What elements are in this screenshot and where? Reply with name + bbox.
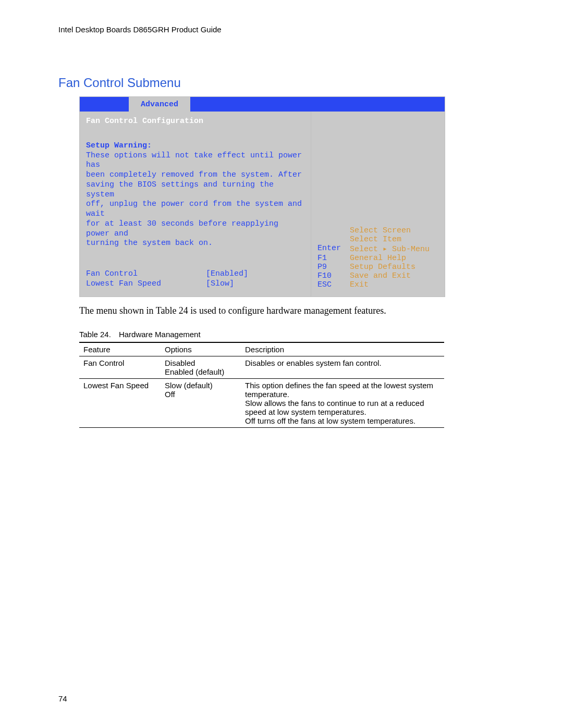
cell-description: This option defines the fan speed at the… [241, 378, 444, 427]
th-feature: Feature [79, 342, 161, 356]
help-action: Setup Defaults [350, 263, 415, 272]
tab-spacer [190, 97, 445, 112]
help-action: Select Screen [350, 226, 411, 235]
table-row: Fan Control Disabled Enabled (default) D… [79, 356, 444, 378]
bios-warning-head: Setup Warning: [86, 141, 304, 151]
help-action: General Help [350, 254, 406, 263]
help-key: F1 [317, 254, 350, 263]
table-caption: Table 24. Hardware Management [79, 330, 505, 339]
bios-setting-row: Lowest Fan Speed [Slow] [86, 279, 304, 289]
help-key [317, 235, 350, 244]
cell-feature: Fan Control [79, 356, 161, 378]
bios-setting-row: Fan Control [Enabled] [86, 269, 304, 279]
th-options: Options [161, 342, 241, 356]
bios-setting-label: Lowest Fan Speed [86, 279, 206, 289]
tab-spacer [80, 97, 129, 112]
th-description: Description [241, 342, 444, 356]
hardware-management-table: Feature Options Description Fan Control … [79, 342, 444, 428]
help-action: Select Item [350, 235, 401, 244]
bios-right-pane: Select Screen Select Item EnterSelect ▸ … [311, 112, 445, 297]
figure-caption: The menu shown in Table 24 is used to co… [79, 305, 505, 316]
cell-options: Disabled Enabled (default) [161, 356, 241, 378]
help-key: Enter [317, 244, 350, 254]
running-header: Intel Desktop Boards D865GRH Product Gui… [58, 25, 505, 34]
help-action: Exit [350, 280, 369, 289]
cell-description: Disables or enables system fan control. [241, 356, 444, 378]
bios-screen: Advanced Fan Control Configuration Setup… [79, 96, 445, 297]
cell-feature: Lowest Fan Speed [79, 378, 161, 427]
help-key: ESC [317, 280, 350, 289]
bios-help-block: Select Screen Select Item EnterSelect ▸ … [317, 226, 438, 289]
help-key: P9 [317, 263, 350, 272]
bios-setting-value: [Enabled] [206, 269, 248, 279]
bios-setting-value: [Slow] [206, 279, 234, 289]
table-row: Lowest Fan Speed Slow (default) Off This… [79, 378, 444, 427]
help-key [317, 226, 350, 235]
help-action: Save and Exit [350, 272, 411, 280]
help-action: Select ▸ Sub-Menu [350, 244, 430, 254]
cell-options: Slow (default) Off [161, 378, 241, 427]
section-title: Fan Control Submenu [58, 76, 505, 90]
bios-left-pane: Fan Control Configuration Setup Warning:… [80, 112, 311, 297]
bios-warning-body: These options will not take effect until… [86, 151, 304, 249]
bios-setting-label: Fan Control [86, 269, 206, 279]
page-number: 74 [58, 694, 67, 703]
bios-subtitle: Fan Control Configuration [86, 117, 304, 127]
help-key: F10 [317, 272, 350, 280]
bios-tabbar: Advanced [80, 97, 445, 112]
bios-tab-advanced: Advanced [129, 97, 190, 112]
